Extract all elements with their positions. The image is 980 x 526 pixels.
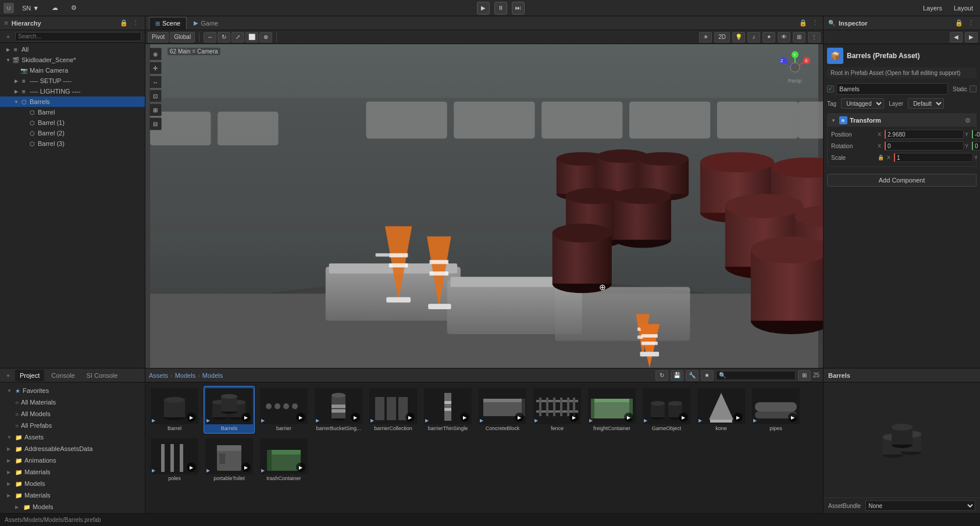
breadcrumb-item-2[interactable]: Models xyxy=(202,372,223,379)
scene-view[interactable]: 62 Main = Camera ⊕ ✛ ↔ ⊡ ⊞ ⊟ xyxy=(145,44,823,368)
hier-item-camera[interactable]: 📷Main Camera⋮ xyxy=(0,65,145,76)
asset-play-barrierThinSingle[interactable]: ▶ xyxy=(460,413,469,422)
layout-button[interactable]: Layout xyxy=(950,3,977,13)
project-item-7[interactable]: ▶📁Materials xyxy=(2,466,142,478)
assets-search-input[interactable] xyxy=(716,371,796,380)
rotate-tool-btn[interactable]: ↻ xyxy=(218,32,230,42)
hidden-btn[interactable]: 👁 xyxy=(778,32,790,42)
asset-play-barrels_group[interactable]: ▶ xyxy=(241,413,251,422)
layers-button[interactable]: Layers xyxy=(920,3,946,13)
scale-x[interactable] xyxy=(894,153,973,162)
asset-item-barrierThinSingle[interactable]: ▶▶barrierThinSingle xyxy=(422,386,473,434)
asset-item-fence[interactable]: ▶▶fence xyxy=(532,386,583,434)
asset-play-barrierCollection[interactable]: ▶ xyxy=(405,413,415,422)
active-checkbox[interactable] xyxy=(827,85,834,92)
hier-item-barrel2[interactable]: ⬡Barrel (2)⋮ xyxy=(0,128,145,138)
asset-item-barrier[interactable]: ▶▶barrier xyxy=(258,386,309,434)
audio-btn[interactable]: ♪ xyxy=(747,32,760,42)
breadcrumb-item-0[interactable]: Assets xyxy=(149,372,168,379)
asset-play-kone[interactable]: ▶ xyxy=(733,413,743,422)
assetbundle-select[interactable]: None xyxy=(865,500,975,511)
transform-settings-btn[interactable]: ⚙ xyxy=(963,116,972,125)
breadcrumb-item-1[interactable]: Models xyxy=(175,372,195,379)
asset-item-barrel_single[interactable]: ▶▶Barrel xyxy=(149,386,200,434)
asset-play-trashContainer[interactable]: ▶ xyxy=(296,463,305,472)
asset-play-poles[interactable]: ▶ xyxy=(187,463,196,472)
rotation-y[interactable] xyxy=(972,141,980,151)
more-btn[interactable]: ⋮ xyxy=(808,32,821,42)
position-y[interactable] xyxy=(972,130,980,139)
assets-save-btn[interactable]: 💾 xyxy=(671,370,683,381)
step-button[interactable]: ⏭ xyxy=(512,2,525,15)
view-menu-btn[interactable]: ⋮ xyxy=(810,19,819,28)
project-item-8[interactable]: ▶📁Models xyxy=(2,478,142,489)
asset-play-portableToilet[interactable]: ▶ xyxy=(241,463,251,472)
asset-item-poles[interactable]: ▶▶poles xyxy=(149,436,200,484)
name-input[interactable] xyxy=(836,83,948,95)
assets-find-btn[interactable]: ★ xyxy=(701,370,714,381)
menu-settings[interactable]: ⚙ xyxy=(66,3,81,13)
grid-btn[interactable]: ⊞ xyxy=(793,32,806,42)
menu-sn[interactable]: SN ▼ xyxy=(17,3,44,13)
scale-lock[interactable]: 🔒 xyxy=(878,155,886,160)
position-x[interactable] xyxy=(885,130,964,139)
play-button[interactable]: ▶ xyxy=(477,2,490,15)
project-item-3[interactable]: ○All Prefabs xyxy=(2,420,142,431)
view-lock-btn[interactable]: 🔒 xyxy=(799,19,808,28)
tab-project[interactable]: Project xyxy=(15,370,44,381)
hierarchy-search[interactable] xyxy=(15,32,141,41)
effects-btn[interactable]: ✦ xyxy=(762,32,775,42)
asset-item-concreteBlock[interactable]: ▶▶ConcreteBlock xyxy=(477,386,528,434)
scale-tool-btn[interactable]: ⤢ xyxy=(231,32,244,42)
shading-btn[interactable]: ☀ xyxy=(699,32,712,42)
layer-select[interactable]: Default xyxy=(908,98,944,109)
asset-play-barrierBucketSing[interactable]: ▶ xyxy=(351,413,360,422)
assets-filter-btn[interactable]: 🔧 xyxy=(686,370,699,381)
hier-item-lighting[interactable]: ▶≡---- LIGHTING ----⋮ xyxy=(0,86,145,96)
rotation-x[interactable] xyxy=(885,141,964,151)
asset-item-barrels_group[interactable]: ▶▶Barrels xyxy=(204,386,255,434)
project-item-6[interactable]: ▶📁Animations xyxy=(2,455,142,466)
project-add-btn[interactable]: + xyxy=(3,371,13,380)
tab-scene[interactable]: ⊞ Scene xyxy=(149,17,187,30)
inspector-back-btn[interactable]: ◀ xyxy=(950,32,963,42)
project-item-0[interactable]: ▼★Favorites xyxy=(2,385,142,396)
lighting-btn[interactable]: 💡 xyxy=(732,32,745,42)
asset-play-barrel_single[interactable]: ▶ xyxy=(187,413,196,422)
hier-item-setup[interactable]: ▶≡---- SETUP ----⋮ xyxy=(0,76,145,86)
hier-item-barrel[interactable]: ⬡Barrel⋮ xyxy=(0,107,145,117)
asset-item-gameObject[interactable]: ▶▶GameObject xyxy=(641,386,692,434)
asset-item-pipes[interactable]: ▶▶pipes xyxy=(750,386,801,434)
asset-play-concreteBlock[interactable]: ▶ xyxy=(515,413,524,422)
global-btn[interactable]: Global xyxy=(170,32,195,42)
project-item-1[interactable]: ○All Materials xyxy=(2,396,142,408)
hierarchy-menu-btn[interactable]: ⋮ xyxy=(131,19,140,28)
tab-console[interactable]: Console xyxy=(47,370,79,381)
tab-si-console[interactable]: SI Console xyxy=(82,370,123,381)
asset-item-barrierCollection[interactable]: ▶▶barrierCollection xyxy=(368,386,419,434)
project-item-4[interactable]: ▼📁Assets xyxy=(2,431,142,443)
tab-game[interactable]: ▶ Game xyxy=(188,17,224,30)
project-item-9[interactable]: ▶📁Materials xyxy=(2,489,142,501)
asset-play-pipes[interactable]: ▶ xyxy=(788,413,797,422)
asset-play-gameObject[interactable]: ▶ xyxy=(679,413,688,422)
multi-tool-btn[interactable]: ⊕ xyxy=(259,32,272,42)
inspector-lock-btn[interactable]: 🔒 xyxy=(954,19,964,28)
hierarchy-lock-btn[interactable]: 🔒 xyxy=(119,19,129,28)
transform-header[interactable]: ▼ ⊕ Transform ⚙ xyxy=(828,114,976,127)
asset-item-barrierBucketSing[interactable]: ▶▶barrerBucketSing... xyxy=(313,386,364,434)
pivot-btn[interactable]: Pivot xyxy=(148,32,169,42)
inspector-menu-btn[interactable]: ⋮ xyxy=(966,19,975,28)
assets-refresh-btn[interactable]: ↻ xyxy=(655,370,668,381)
asset-item-freightContainer[interactable]: ▶▶freightContainer xyxy=(586,386,637,434)
project-item-10[interactable]: ▶📁Models xyxy=(2,501,142,513)
hier-item-all[interactable]: ▶≡All⋮ xyxy=(0,44,145,55)
project-item-2[interactable]: ○All Models xyxy=(2,408,142,420)
assets-size-btn[interactable]: ⊞ xyxy=(798,370,811,381)
tag-select[interactable]: Untagged xyxy=(841,98,884,109)
hier-item-barrel3[interactable]: ⬡Barrel (3)⋮ xyxy=(0,138,145,149)
asset-item-portableToilet[interactable]: ▶▶portableToilet xyxy=(204,436,255,484)
hier-item-scene[interactable]: ▼🎬Skidloader_Scene*⋮ xyxy=(0,55,145,65)
project-item-5[interactable]: ▶📁AddressableAssetsData xyxy=(2,443,142,455)
inspector-forward-btn[interactable]: ▶ xyxy=(965,32,978,42)
